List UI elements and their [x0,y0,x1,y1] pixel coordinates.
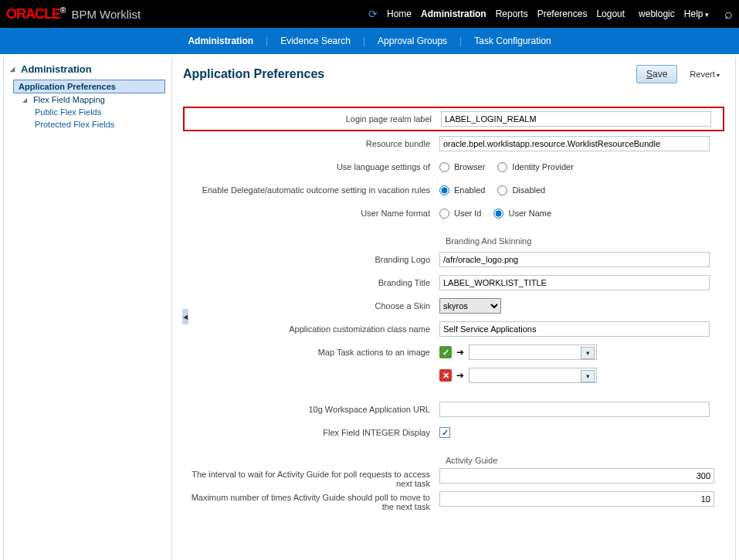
activity-guide-section-header: Activity Guide [183,456,724,465]
refresh-icon[interactable]: ⟳ [368,8,378,20]
save-button[interactable]: Save [636,65,677,83]
branding-section-header: Branding And Skinning [183,236,724,246]
sidebar-item-protected-flex-fields[interactable]: Protected Flex Fields [13,118,171,131]
ag-interval-input[interactable] [439,468,714,484]
arrow-right-icon: ➔ [456,347,464,358]
delegate-disabled-label: Disabled [512,185,545,195]
branding-title-label: Branding Title [183,278,435,287]
content-panel: Application Preferences Save Revert Logi… [172,57,735,560]
branding-title-input[interactable] [439,275,710,290]
lang-browser-label: Browser [454,162,485,171]
map-task-approve-icon[interactable]: ✓ [439,346,452,358]
skin-label: Choose a Skin [183,301,435,311]
nav-user: weblogic [639,8,675,19]
map-task-approve-select[interactable] [469,344,597,360]
top-nav: Home Administration Reports Preferences … [387,6,733,22]
lang-browser-radio[interactable] [439,162,449,172]
sidebar: ◢ Administration Application Preferences… [4,57,172,560]
top-header: ORACLE® BPM Worklist ⟳ Home Administrati… [0,0,739,28]
username-userid-label: User Id [454,209,481,218]
lang-idp-radio[interactable] [497,162,507,172]
sub-nav: Administration | Evidence Search | Appro… [0,28,739,54]
expand-icon[interactable]: ◢ [22,97,30,104]
map-task-reject-icon[interactable]: ✕ [439,369,452,382]
page-title: Application Preferences [183,67,636,81]
sidebar-collapse-handle[interactable]: ◀ [182,309,188,324]
nav-help[interactable]: Help [684,8,709,19]
nav-home[interactable]: Home [387,8,412,19]
tenq-url-label: 10g Workspace Application URL [183,405,435,414]
sidebar-header: ◢ Administration [4,60,171,78]
subnav-evidence-search[interactable]: Evidence Search [268,28,363,54]
ag-interval-label: The interval to wait for Activity Guide … [183,468,435,488]
map-task-reject-select[interactable] [469,368,597,383]
login-realm-label: Login page realm label [185,114,436,124]
sidebar-item-app-preferences[interactable]: Application Preferences [13,80,165,93]
username-username-radio[interactable] [493,209,503,219]
branding-logo-input[interactable] [439,252,710,267]
oracle-logo: ORACLE® [6,6,65,22]
revert-button[interactable]: Revert [685,66,724,82]
ag-max-label: Maximum number of times Activity Guide s… [183,491,435,511]
collapse-tree-icon[interactable]: ◢ [10,66,18,73]
flex-int-checkbox[interactable]: ✓ [439,427,450,438]
sidebar-item-public-flex-fields[interactable]: Public Flex Fields [13,106,171,118]
skin-select[interactable]: skyros [439,298,501,314]
map-task-label: Map Task actions to an image [183,348,435,357]
username-username-label: User Name [508,209,551,218]
arrow-right-icon: ➔ [456,370,464,381]
app-title: BPM Worklist [71,8,141,21]
delegate-enabled-radio[interactable] [439,185,449,195]
tenq-url-input[interactable] [439,402,710,417]
username-userid-radio[interactable] [439,209,449,219]
subnav-task-configuration[interactable]: Task Configuration [462,28,563,54]
flex-int-label: Flex Field INTEGER Display [183,428,435,437]
search-icon[interactable]: ⌕ [724,6,733,22]
username-format-label: User Name format [183,209,435,218]
sidebar-title: Administration [21,63,92,75]
nav-preferences[interactable]: Preferences [537,8,588,19]
delegate-enabled-label: Enabled [454,185,485,195]
login-realm-input[interactable] [441,111,711,127]
custom-class-label: Application customization class name [183,324,435,334]
branding-logo-label: Branding Logo [183,255,435,264]
nav-administration[interactable]: Administration [421,8,486,19]
lang-idp-label: Identity Provider [512,162,573,171]
nav-reports[interactable]: Reports [496,8,528,19]
resource-bundle-label: Resource bundle [183,139,435,148]
delegate-label: Enable Delegate/automatic outcome settin… [183,185,435,195]
custom-class-input[interactable] [439,321,710,337]
sidebar-item-flex-field-mapping[interactable]: ◢ Flex Field Mapping [13,93,171,106]
nav-logout[interactable]: Logout [596,8,625,19]
delegate-disabled-radio[interactable] [497,185,507,195]
subnav-approval-groups[interactable]: Approval Groups [365,28,459,54]
ag-max-input[interactable] [439,491,714,507]
resource-bundle-input[interactable] [439,136,710,151]
login-realm-highlight: Login page realm label [183,107,724,131]
subnav-administration[interactable]: Administration [175,28,266,54]
lang-settings-label: Use language settings of [183,162,435,171]
